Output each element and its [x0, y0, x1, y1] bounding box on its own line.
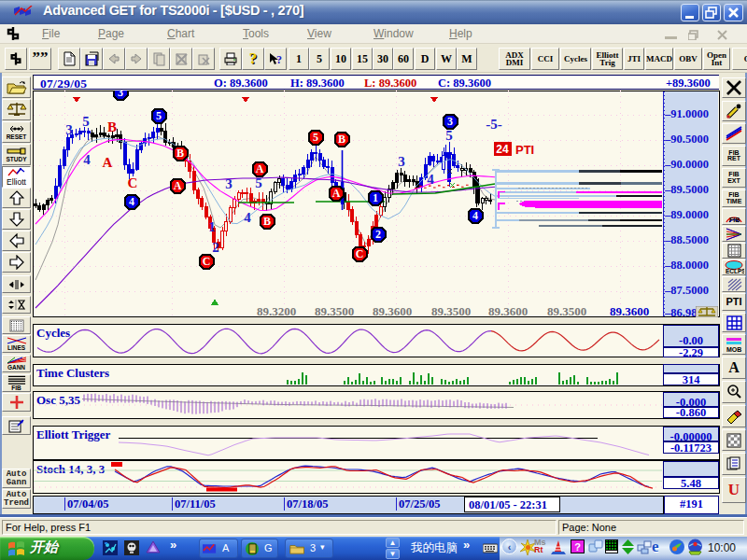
svg-text:-5-: -5- [486, 117, 502, 132]
svg-text:A: A [174, 179, 182, 192]
svg-text:ECLPS: ECLPS [726, 268, 744, 274]
svg-text:B: B [338, 133, 345, 146]
svg-text:3: 3 [447, 115, 453, 128]
svg-text:C: C [203, 255, 211, 268]
svg-text:24: 24 [496, 143, 509, 156]
svg-text:89.3500: 89.3500 [431, 304, 471, 316]
svg-text:1: 1 [373, 191, 378, 204]
svg-text:89.3600: 89.3600 [610, 304, 649, 316]
svg-text:A: A [256, 162, 264, 175]
svg-text:89.3600: 89.3600 [488, 304, 528, 316]
svg-text:?: ? [276, 53, 282, 66]
svg-text:89.3200: 89.3200 [257, 304, 296, 316]
svg-text:4: 4 [244, 210, 251, 225]
svg-text:2: 2 [375, 228, 381, 241]
svg-text:MOB: MOB [726, 346, 741, 353]
svg-text:A: A [103, 155, 113, 170]
svg-text:89.3500: 89.3500 [547, 304, 586, 316]
svg-text:89.3500: 89.3500 [315, 304, 354, 316]
svg-text:3: 3 [398, 154, 405, 169]
svg-text:3: 3 [225, 176, 233, 191]
svg-text:4: 4 [472, 209, 478, 222]
svg-text:B: B [107, 119, 117, 134]
svg-text:C: C [356, 247, 364, 260]
svg-text:C: C [128, 175, 138, 190]
svg-text:2: 2 [212, 240, 219, 255]
svg-text:B: B [176, 147, 184, 160]
svg-text:B: B [263, 215, 271, 228]
svg-text:4: 4 [83, 152, 91, 167]
svg-text:4: 4 [129, 195, 134, 208]
svg-text:4: 4 [427, 172, 434, 187]
svg-text:5: 5 [445, 128, 453, 143]
svg-text:89.3600: 89.3600 [373, 304, 412, 316]
svg-text:A: A [332, 187, 341, 200]
svg-text:3: 3 [118, 91, 123, 99]
svg-text:5: 5 [313, 131, 318, 144]
svg-text:5: 5 [255, 175, 262, 190]
svg-text:1: 1 [208, 219, 216, 234]
svg-text:5: 5 [82, 114, 90, 129]
svg-text:FIB: FIB [729, 217, 740, 223]
svg-text:3: 3 [65, 122, 73, 137]
svg-text:PTI: PTI [515, 143, 534, 157]
svg-text:5: 5 [156, 109, 162, 122]
